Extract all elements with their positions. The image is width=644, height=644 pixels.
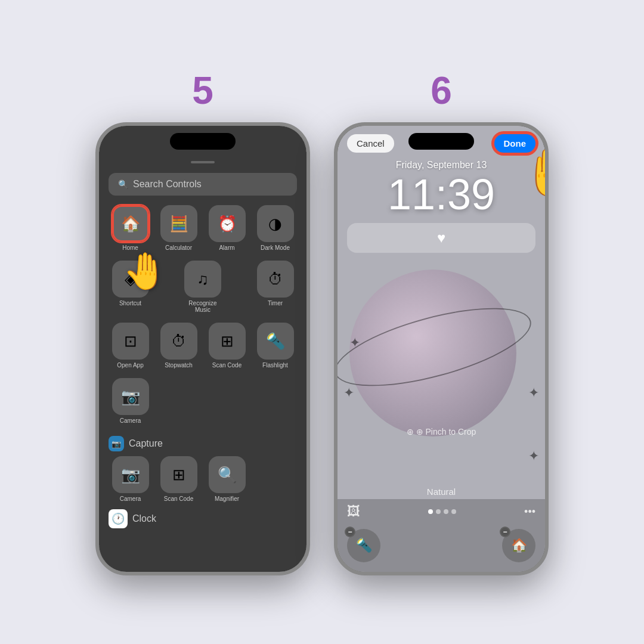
control-scancode-row3[interactable]: ⊞ Scan Code (205, 323, 249, 369)
control-flashlight-row3[interactable]: 🔦 Flashlight (253, 323, 297, 369)
flashlight-control-btn[interactable]: − 🔦 (347, 529, 380, 562)
control-calculator[interactable]: 🧮 Calculator (157, 205, 200, 251)
lockscreen-date: Friday, September 13 (338, 160, 545, 171)
phone-5-screen: 🔍 Search Controls 🏠 Home (99, 126, 306, 572)
scancode-capture-icon: ⊞ (172, 466, 185, 484)
phone-5-frame: 🔍 Search Controls 🏠 Home (95, 122, 310, 575)
alarm-label: Alarm (219, 244, 234, 251)
shortcut-icon-wrap: ◈ (112, 261, 149, 298)
camera-icon-main: 📷 (121, 388, 140, 406)
wallpaper-options: 🖼 ••• (347, 504, 535, 519)
control-camera-capture[interactable]: 📷 Camera (109, 456, 152, 502)
camera-capture-icon: 📷 (121, 466, 140, 484)
camera-capture-icon-wrap: 📷 (112, 456, 149, 493)
cancel-button[interactable]: Cancel (347, 134, 394, 153)
phone6-screen: Cancel Done Friday, September 13 11:39 ♥… (338, 126, 545, 572)
flashlight-lc-icon: 🔦 (356, 538, 372, 553)
pinch-icon: ⊕ (407, 427, 414, 436)
camera-icon-wrap-main: 📷 (112, 378, 149, 415)
dot-4 (451, 509, 456, 514)
search-placeholder: Search Controls (133, 179, 202, 190)
calculator-label: Calculator (165, 244, 192, 251)
control-timer[interactable]: ⏱ Timer (253, 261, 297, 313)
scancode-capture-label: Scan Code (164, 496, 193, 502)
step-6-number: 6 (431, 69, 452, 113)
step-5-section: 5 🔍 Search Controls (95, 69, 310, 575)
recognize-icon: ♫ (197, 270, 209, 289)
openapp-icon: ⊡ (124, 332, 137, 351)
control-alarm[interactable]: ⏰ Alarm (205, 205, 249, 251)
darkmode-label: Dark Mode (261, 244, 290, 251)
capture-section-header: 📷 Capture (99, 429, 306, 454)
search-icon: 🔍 (118, 179, 128, 189)
natural-label: Natural (338, 484, 545, 499)
flashlight-label-row3: Flashlight (262, 362, 288, 369)
scancode-icon-row3: ⊞ (221, 332, 234, 351)
timer-icon-wrap: ⏱ (257, 261, 294, 298)
magnifier-icon: 🔍 (218, 466, 237, 484)
scancode-label-row3: Scan Code (212, 362, 242, 369)
search-bar[interactable]: 🔍 Search Controls (109, 173, 297, 196)
darkmode-icon-wrap: ◑ (257, 205, 294, 242)
capture-grid: 📷 Camera ⊞ Scan Code 🔍 (99, 454, 306, 504)
stopwatch-icon-wrap: ⏱ (160, 323, 197, 360)
clock-icon-wrap: 🕐 (109, 509, 128, 528)
done-button[interactable]: Done (494, 134, 536, 153)
control-recognize[interactable]: ♫ Recognize Music (157, 261, 249, 313)
capture-section-icon: 📷 (109, 436, 124, 451)
home-lc-icon: 🏠 (511, 538, 527, 553)
clock-label: Clock (132, 513, 156, 524)
clock-icon: 🕐 (112, 512, 125, 525)
sparkle-br: ✦ (528, 385, 539, 401)
sparkle-bl: ✦ (343, 385, 354, 401)
recognize-label: Recognize Music (182, 300, 223, 313)
control-stopwatch[interactable]: ⏱ Stopwatch (157, 323, 200, 369)
controls-camera-row: 📷 Camera (99, 373, 306, 429)
calculator-icon-wrap: 🧮 (160, 205, 197, 242)
control-shortcut[interactable]: ◈ Shortcut (109, 261, 152, 313)
dot-1 (428, 509, 433, 514)
home-icon-wrap: 🏠 (112, 205, 149, 242)
controls-row1: 🏠 Home 🧮 Calculator ⏰ (99, 200, 306, 256)
home-control-btn[interactable]: − 🏠 (502, 529, 535, 562)
dot-2 (436, 509, 441, 514)
lockscreen-time: 11:39 (338, 173, 545, 216)
flashlight-minus-badge: − (345, 527, 355, 537)
main-container: 5 🔍 Search Controls (0, 0, 644, 644)
dot-3 (444, 509, 448, 514)
control-camera-main[interactable]: 📷 Camera (109, 378, 152, 424)
control-home[interactable]: 🏠 Home (109, 205, 152, 251)
darkmode-icon: ◑ (268, 215, 282, 233)
controls-row2: ◈ Shortcut ♫ Recognize Music (99, 256, 306, 318)
openapp-label: Open App (117, 362, 143, 369)
phone-6-frame: Cancel Done Friday, September 13 11:39 ♥… (334, 122, 549, 575)
camera-capture-label: Camera (120, 496, 141, 502)
dynamic-island-5 (170, 133, 236, 150)
control-scancode-capture[interactable]: ⊞ Scan Code (157, 456, 200, 502)
shortcut-label: Shortcut (119, 300, 141, 306)
heart-icon: ♥ (437, 230, 445, 246)
timer-icon: ⏱ (268, 270, 283, 289)
pinch-to-crop-text: ⊕ ⊕ Pinch to Crop (338, 427, 545, 436)
capture-section-title: Capture (129, 438, 163, 449)
wallpaper-browse-icon[interactable]: 🖼 (347, 504, 360, 519)
control-darkmode[interactable]: ◑ Dark Mode (253, 205, 297, 251)
home-minus-badge: − (500, 527, 510, 537)
more-options-icon[interactable]: ••• (524, 506, 535, 518)
dots-row (428, 509, 456, 514)
controls-row3: ⊡ Open App ⏱ Stopwatch ⊞ (99, 318, 306, 373)
flashlight-icon-wrap-row3: 🔦 (257, 323, 294, 360)
control-openapp[interactable]: ⊡ Open App (109, 323, 152, 369)
alarm-icon-wrap: ⏰ (209, 205, 246, 242)
stopwatch-icon: ⏱ (171, 332, 187, 351)
calculator-icon: 🧮 (169, 215, 188, 233)
pinch-label: ⊕ Pinch to Crop (416, 427, 476, 436)
control-magnifier[interactable]: 🔍 Magnifier (205, 456, 249, 502)
alarm-icon: ⏰ (218, 215, 237, 233)
lockscreen-controls-row: − 🔦 − 🏠 (347, 524, 535, 567)
lockscreen-widget: ♥ (347, 223, 535, 253)
clock-section: 🕐 Clock (99, 504, 306, 533)
sparkle-tl: ✦ (349, 335, 360, 351)
stopwatch-label: Stopwatch (165, 362, 193, 369)
step-6-section: 6 Cancel Done Friday, September 13 11:39… (334, 69, 549, 575)
